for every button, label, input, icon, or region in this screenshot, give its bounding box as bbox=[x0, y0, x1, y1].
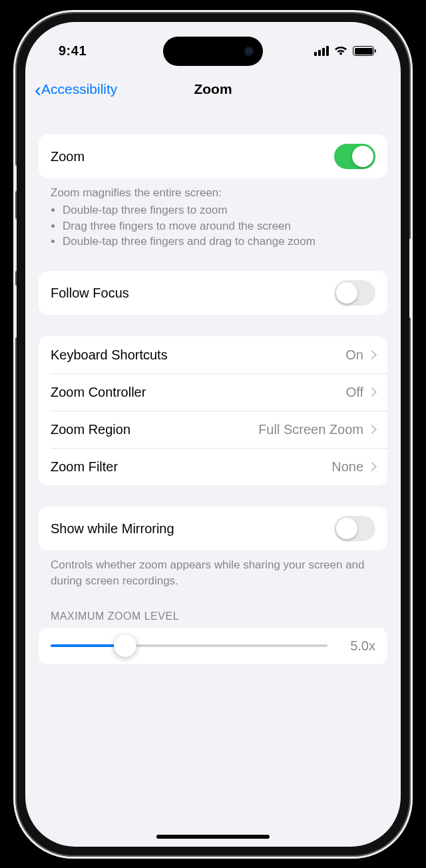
back-button[interactable]: ‹ Accessibility bbox=[35, 81, 117, 97]
screen: 9:41 ‹ Accessibility Zoom Zoom bbox=[25, 22, 401, 847]
zoom-region-label: Zoom Region bbox=[51, 422, 258, 437]
keyboard-shortcuts-cell[interactable]: Keyboard Shortcuts On bbox=[39, 336, 387, 373]
phone-frame: 9:41 ‹ Accessibility Zoom Zoom bbox=[13, 10, 413, 859]
max-zoom-value: 5.0x bbox=[341, 638, 375, 654]
zoom-controller-label: Zoom Controller bbox=[51, 385, 346, 400]
navigation-bar: ‹ Accessibility Zoom bbox=[25, 72, 401, 110]
volume-up-button bbox=[13, 218, 17, 272]
cellular-signal-icon bbox=[314, 46, 329, 56]
zoom-filter-value: None bbox=[331, 459, 363, 475]
chevron-right-icon bbox=[367, 425, 377, 434]
home-indicator[interactable] bbox=[156, 835, 270, 839]
max-zoom-slider-cell: 5.0x bbox=[39, 628, 387, 664]
wifi-icon bbox=[334, 46, 347, 56]
zoom-filter-label: Zoom Filter bbox=[51, 459, 331, 475]
zoom-filter-cell[interactable]: Zoom Filter None bbox=[39, 448, 387, 485]
show-while-mirroring-switch[interactable] bbox=[334, 516, 375, 541]
zoom-region-cell[interactable]: Zoom Region Full Screen Zoom bbox=[39, 411, 387, 448]
battery-icon bbox=[353, 46, 374, 56]
follow-focus-switch[interactable] bbox=[334, 280, 375, 306]
status-time: 9:41 bbox=[59, 43, 87, 59]
keyboard-shortcuts-label: Keyboard Shortcuts bbox=[51, 347, 345, 363]
dynamic-island bbox=[163, 37, 263, 66]
max-zoom-slider[interactable] bbox=[51, 644, 327, 647]
follow-focus-cell[interactable]: Follow Focus bbox=[39, 271, 387, 315]
zoom-switch[interactable] bbox=[334, 144, 375, 169]
back-label: Accessibility bbox=[41, 81, 117, 97]
side-button bbox=[409, 238, 413, 318]
max-zoom-header: MAXIMUM ZOOM LEVEL bbox=[39, 610, 387, 628]
zoom-description: Zoom magnifies the entire screen: Double… bbox=[39, 178, 387, 250]
keyboard-shortcuts-value: On bbox=[345, 347, 363, 363]
follow-focus-label: Follow Focus bbox=[51, 286, 334, 301]
show-while-mirroring-label: Show while Mirroring bbox=[51, 521, 334, 537]
chevron-left-icon: ‹ bbox=[35, 83, 41, 97]
zoom-controller-value: Off bbox=[346, 385, 363, 400]
zoom-controller-cell[interactable]: Zoom Controller Off bbox=[39, 373, 387, 411]
slider-thumb[interactable] bbox=[114, 634, 136, 657]
mirroring-description: Controls whether zoom appears while shar… bbox=[39, 550, 387, 589]
volume-down-button bbox=[13, 285, 17, 338]
zoom-label: Zoom bbox=[51, 149, 334, 164]
chevron-right-icon bbox=[367, 462, 377, 471]
zoom-toggle-cell[interactable]: Zoom bbox=[39, 134, 387, 178]
chevron-right-icon bbox=[367, 350, 377, 359]
mute-switch bbox=[13, 165, 17, 192]
chevron-right-icon bbox=[367, 387, 377, 397]
show-while-mirroring-cell[interactable]: Show while Mirroring bbox=[39, 507, 387, 550]
zoom-region-value: Full Screen Zoom bbox=[258, 422, 363, 437]
